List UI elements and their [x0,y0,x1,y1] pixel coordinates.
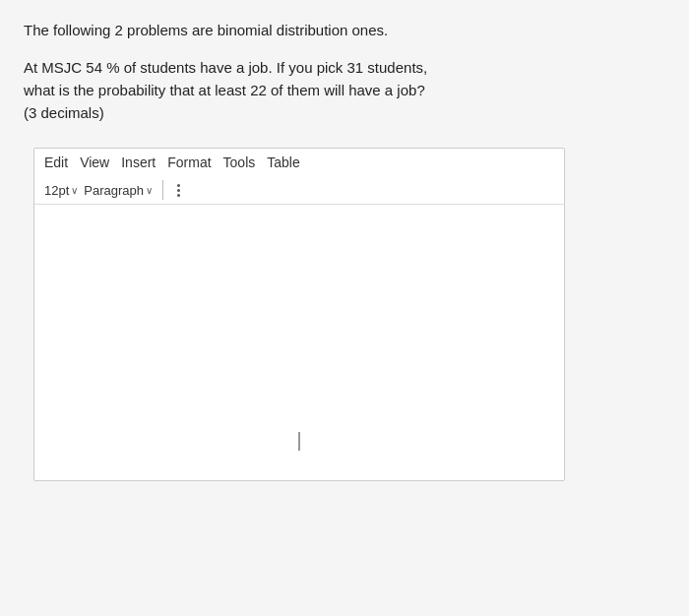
paragraph-dropdown[interactable]: Paragraph ∨ [84,183,153,198]
toolbar-divider [162,180,163,200]
menu-tools[interactable]: Tools [223,154,256,170]
more-dot-2 [177,189,180,192]
paragraph-chevron: ∨ [146,185,153,196]
problem-detail: At MSJC 54 % of students have a job. If … [24,56,665,125]
more-dot-3 [177,194,180,197]
more-dot-1 [177,184,180,187]
font-size-chevron: ∨ [71,185,78,196]
editor-body[interactable]: | [34,205,564,480]
menu-edit[interactable]: Edit [44,154,68,170]
text-cursor-indicator: | [297,428,301,451]
paragraph-label: Paragraph [84,183,144,198]
menu-insert[interactable]: Insert [121,154,156,170]
menu-view[interactable]: View [80,154,109,170]
editor-container: Edit View Insert Format Tools Table 12pt… [33,148,565,481]
menu-format[interactable]: Format [167,154,211,170]
font-size-label: 12pt [44,183,69,198]
menu-table[interactable]: Table [267,154,299,170]
editor-menubar: Edit View Insert Format Tools Table [34,149,564,176]
more-options-button[interactable] [173,182,184,199]
editor-toolbar: 12pt ∨ Paragraph ∨ [34,176,564,205]
problem-intro: The following 2 problems are binomial di… [24,20,665,42]
font-size-dropdown[interactable]: 12pt ∨ [44,183,78,198]
